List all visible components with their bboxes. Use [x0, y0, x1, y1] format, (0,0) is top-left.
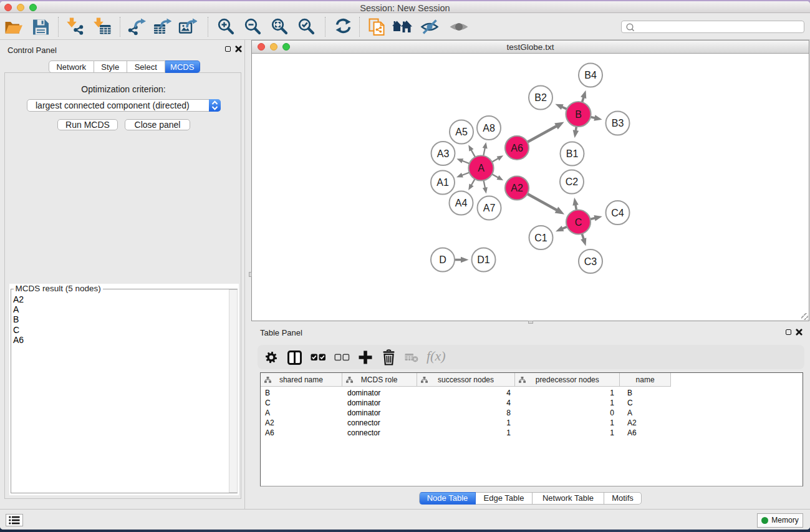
svg-text:A7: A7 — [483, 203, 496, 213]
svg-text:C4: C4 — [611, 208, 624, 218]
svg-text:C3: C3 — [584, 256, 597, 267]
svg-text:C1: C1 — [534, 233, 547, 243]
svg-text:B2: B2 — [534, 92, 547, 103]
svg-text:A1: A1 — [436, 177, 449, 188]
svg-text:B3: B3 — [612, 118, 624, 128]
svg-text:C: C — [575, 217, 582, 228]
svg-text:A2: A2 — [511, 183, 523, 193]
svg-text:D1: D1 — [477, 254, 490, 265]
svg-text:C2: C2 — [566, 177, 579, 187]
svg-text:A6: A6 — [511, 143, 523, 153]
svg-text:A4: A4 — [455, 198, 468, 208]
svg-text:B4: B4 — [584, 70, 597, 80]
svg-text:A: A — [478, 163, 485, 173]
svg-text:D: D — [439, 254, 446, 265]
svg-text:B1: B1 — [566, 148, 579, 159]
svg-text:B: B — [575, 109, 582, 120]
svg-text:A8: A8 — [483, 123, 495, 133]
svg-text:A5: A5 — [455, 127, 468, 137]
svg-text:A3: A3 — [437, 148, 450, 159]
